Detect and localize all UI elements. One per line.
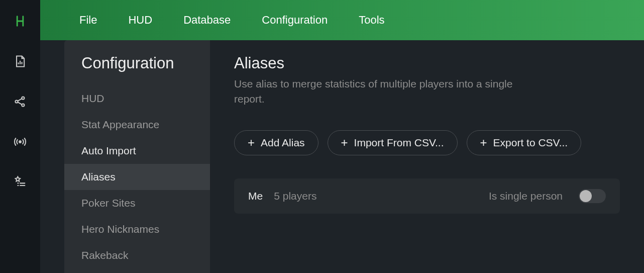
config-item-poker-sites[interactable]: Poker Sites — [64, 190, 210, 216]
broadcast-icon[interactable] — [13, 135, 27, 149]
config-item-hud[interactable]: HUD — [64, 85, 210, 112]
plus-icon: + — [341, 137, 348, 149]
add-alias-label: Add Alias — [261, 137, 305, 149]
config-item-stat-appearance[interactable]: Stat Appearance — [64, 112, 210, 138]
top-menu-bar: File HUD Database Configuration Tools — [40, 0, 644, 40]
menu-database[interactable]: Database — [183, 14, 231, 27]
config-sidebar-title: Configuration — [64, 54, 210, 76]
svg-point-0 — [15, 100, 18, 103]
import-csv-button[interactable]: + Import From CSV... — [328, 130, 458, 155]
plus-icon: + — [480, 137, 487, 149]
page-title: Aliases — [234, 54, 620, 72]
config-item-auto-import[interactable]: Auto Import — [64, 138, 210, 164]
logo-icon[interactable] — [13, 14, 27, 28]
main-region: File HUD Database Configuration Tools Co… — [40, 0, 644, 273]
app-root: File HUD Database Configuration Tools Co… — [0, 0, 644, 273]
single-person-label: Is single person — [489, 190, 563, 202]
config-sidebar: Configuration HUD Stat Appearance Auto I… — [64, 40, 210, 273]
page-description: Use alias to merge statistics of multipl… — [234, 76, 546, 107]
svg-point-1 — [22, 97, 24, 99]
alias-name: Me — [248, 190, 263, 202]
star-list-icon[interactable] — [13, 175, 27, 189]
svg-point-2 — [22, 104, 24, 106]
add-alias-button[interactable]: + Add Alias — [234, 130, 318, 155]
document-chart-icon[interactable] — [13, 54, 27, 68]
icon-rail — [0, 0, 40, 273]
config-sidebar-list: HUD Stat Appearance Auto Import Aliases … — [64, 85, 210, 268]
config-item-aliases[interactable]: Aliases — [64, 164, 210, 190]
menu-tools[interactable]: Tools — [359, 14, 384, 27]
toggle-knob — [580, 190, 592, 202]
menu-configuration[interactable]: Configuration — [262, 14, 328, 27]
export-csv-label: Export to CSV... — [493, 137, 568, 149]
action-button-row: + Add Alias + Import From CSV... + Expor… — [234, 130, 620, 155]
import-csv-label: Import From CSV... — [354, 137, 444, 149]
single-person-toggle[interactable] — [579, 189, 606, 203]
menu-file[interactable]: File — [79, 14, 97, 27]
alias-player-count: 5 players — [274, 190, 316, 202]
alias-row[interactable]: Me 5 players Is single person — [234, 178, 620, 214]
export-csv-button[interactable]: + Export to CSV... — [467, 130, 582, 155]
content-row: Configuration HUD Stat Appearance Auto I… — [40, 40, 644, 273]
menu-hud[interactable]: HUD — [128, 14, 152, 27]
svg-point-3 — [19, 141, 21, 143]
config-item-hero-nicknames[interactable]: Hero Nicknames — [64, 216, 210, 242]
config-item-rakeback[interactable]: Rakeback — [64, 242, 210, 268]
plus-icon: + — [248, 137, 255, 149]
detail-pane: Aliases Use alias to merge statistics of… — [210, 40, 644, 273]
share-icon[interactable] — [13, 95, 27, 109]
